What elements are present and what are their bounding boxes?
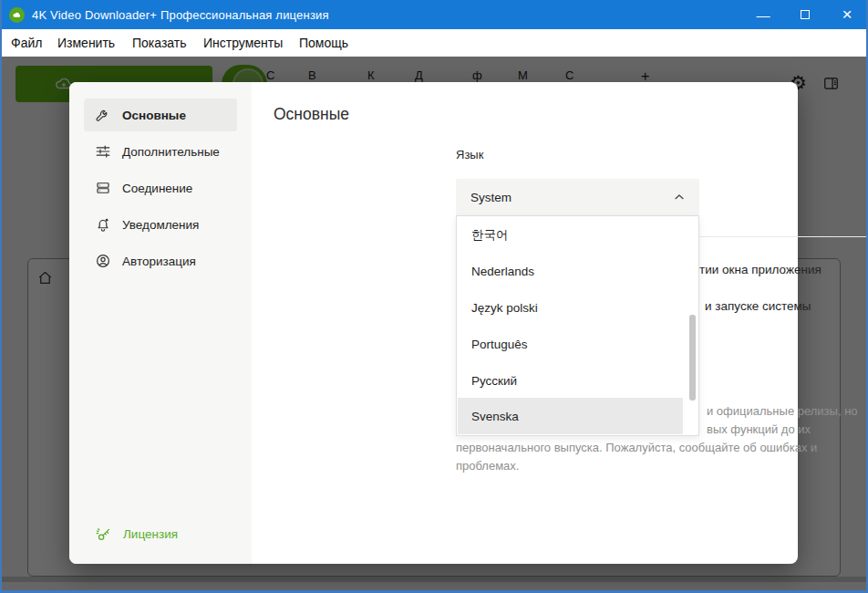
key-icon [95,525,112,543]
bell-icon [95,216,111,233]
maximize-button[interactable] [784,0,826,29]
wrench-icon [95,107,111,123]
menu-edit[interactable]: Изменить [57,29,115,57]
window-controls: — × [742,0,868,29]
menu-bar: Файл Изменить Показать Инструменты Помощ… [0,29,868,57]
dropdown-option[interactable]: 한국어 [458,217,683,254]
dropdown-option[interactable]: Język polski [458,289,683,326]
minimize-button[interactable]: — [742,0,784,29]
dropdown-option[interactable]: Português [458,326,683,362]
menu-file[interactable]: Файл [11,29,42,57]
beta-note-line: вых функций до их [707,422,811,436]
sidebar-item-advanced[interactable]: Дополнительные [84,135,237,168]
account-icon [95,253,111,269]
language-select-value: System [470,191,512,204]
sliders-icon [95,143,111,160]
beta-note-line: первоначального выпуска. Пожалуйста, соо… [456,441,817,454]
settings-panel: Основные × Язык тии окна приложения и за… [252,82,798,564]
dropdown-option-highlighted[interactable]: Svenska [458,398,683,434]
license-label: Лицензия [123,527,178,541]
sidebar-item-general[interactable]: Основные [84,99,237,131]
sidebar-item-label: Основные [122,109,186,122]
sidebar-item-connection[interactable]: Соединение [84,172,237,204]
beta-note-line: проблемах. [456,459,519,473]
settings-sidebar: Основные Дополнительные Соединение Уведо… [69,82,252,564]
language-label: Язык [456,148,483,161]
app-window: С В К Д ф М С + ⚙ 4K Video Downloader+ П… [0,0,868,593]
menu-tools[interactable]: Инструменты [203,29,283,57]
sidebar-item-license[interactable]: Лицензия [84,518,237,549]
title-bar: 4K Video Downloader+ Профессиональная ли… [0,0,868,29]
window-title: 4K Video Downloader+ Профессиональная ли… [32,8,329,22]
dropdown-option[interactable]: Nederlands [458,253,683,289]
sidebar-item-notifications[interactable]: Уведомления [84,208,237,241]
connection-icon [95,180,111,196]
menu-view[interactable]: Показать [132,29,187,57]
sidebar-item-label: Дополнительные [122,145,220,159]
maximize-icon [801,10,810,19]
menu-help[interactable]: Помощь [299,29,348,57]
settings-dialog: Основные Дополнительные Соединение Уведо… [69,82,798,564]
setting-text-fragment: и запуске системы [705,299,811,313]
beta-note-line: и официальные релизы, но [707,404,858,418]
app-logo-icon [9,7,25,23]
sidebar-item-label: Авторизация [122,255,196,268]
dropdown-scrollbar[interactable] [689,315,696,401]
language-select[interactable]: System [456,179,699,215]
language-dropdown-list: 한국어 Nederlands Język polski Português Ру… [456,215,699,436]
setting-text-fragment: тии окна приложения [699,263,822,276]
chevron-up-icon [672,190,687,208]
dropdown-option[interactable]: Русский [458,362,683,399]
close-window-button[interactable]: × [826,0,868,29]
sidebar-item-authorization[interactable]: Авторизация [84,244,237,277]
sidebar-item-label: Уведомления [122,218,199,232]
sidebar-item-label: Соединение [122,182,192,195]
panel-title: Основные [274,105,349,124]
